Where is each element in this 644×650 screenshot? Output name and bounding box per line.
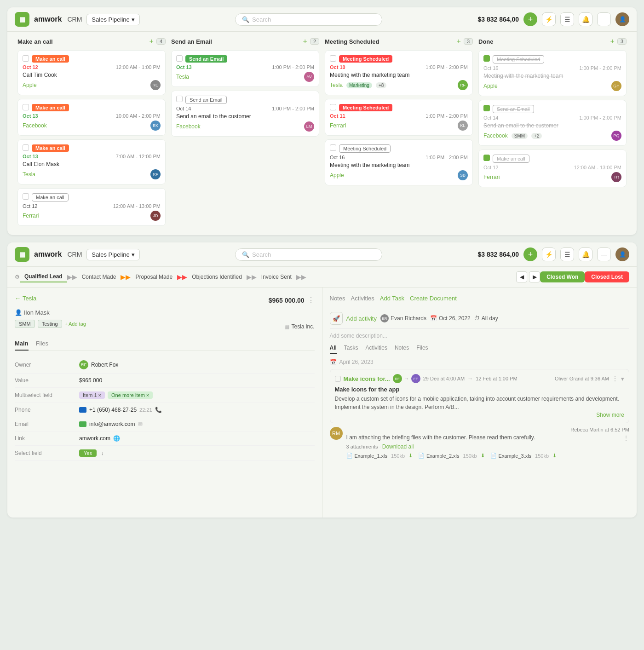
card-checkbox[interactable] — [176, 55, 183, 62]
assignee-avatar: ER — [380, 314, 389, 322]
multi-item-1[interactable]: Item 1 × — [79, 391, 105, 399]
pipe-nav: ◀ ▶ — [516, 271, 540, 282]
notif-btn-1[interactable]: 🔔 — [579, 12, 592, 26]
filter-tab-tasks[interactable]: Tasks — [344, 345, 358, 354]
company-link-call-3[interactable]: Tesla — [23, 171, 35, 178]
card-checkbox[interactable] — [23, 193, 29, 200]
comment-more-btn[interactable]: ⋮ — [623, 434, 629, 442]
show-more-link[interactable]: Show more — [596, 412, 624, 418]
detail-right: Notes Activities Add Task Create Documen… — [322, 288, 637, 518]
add-tag-button[interactable]: + Add tag — [65, 321, 86, 327]
filter-btn-2[interactable]: ⚡ — [542, 247, 556, 261]
back-link[interactable]: ← Tesla — [15, 295, 36, 302]
pipeline-stage-proposal[interactable]: Proposal Made — [131, 272, 177, 282]
col-add-done[interactable]: + — [610, 37, 615, 46]
menu-btn-1[interactable]: — — [597, 12, 611, 26]
field-value-link: amwork.com 🌐 — [79, 435, 120, 442]
multi-item-2[interactable]: One more item × — [108, 391, 153, 399]
tab-add-task[interactable]: Add Task — [380, 295, 404, 304]
badge-meeting-1: Meeting Scheduled — [339, 55, 392, 63]
entry-checkbox[interactable] — [335, 376, 341, 382]
tab-create-doc[interactable]: Create Document — [410, 295, 457, 304]
card-time: 1:00 PM - 2:00 PM — [272, 64, 314, 70]
activity-description[interactable]: Add some description... — [330, 333, 630, 339]
col-add-meeting[interactable]: + — [457, 37, 461, 46]
pipeline-stage-qualified[interactable]: Qualified Lead — [20, 271, 67, 282]
yes-badge[interactable]: Yes — [79, 449, 97, 457]
company-link-call-2[interactable]: Facebook — [23, 122, 47, 129]
pipe-prev-btn[interactable]: ◀ — [516, 271, 527, 282]
menu-btn-2[interactable]: — — [597, 247, 611, 261]
pipeline-select-2[interactable]: Sales Pipeline ▾ — [86, 249, 139, 260]
card-checkbox[interactable] — [483, 55, 490, 62]
add-button-1[interactable]: + — [523, 12, 537, 26]
company-link-done-1[interactable]: Apple — [483, 83, 498, 89]
download-file-1[interactable]: ⬇ — [408, 453, 413, 459]
card-checkbox[interactable] — [176, 96, 183, 102]
card-checkbox[interactable] — [23, 55, 29, 62]
notif-btn-2[interactable]: 🔔 — [579, 247, 592, 261]
download-file-3[interactable]: ⬇ — [552, 453, 557, 459]
closed-lost-button[interactable]: Closed Lost — [585, 271, 629, 282]
user-avatar-2[interactable]: 👤 — [615, 247, 629, 261]
brand-name-2: amwork — [34, 250, 62, 259]
deal-kebab-menu[interactable]: ⋮ — [307, 296, 315, 305]
filter-tab-files[interactable]: Files — [416, 345, 428, 354]
col-add-call[interactable]: + — [150, 37, 154, 46]
card-checkbox[interactable] — [23, 104, 29, 110]
company-link-done-3[interactable]: Ferrari — [483, 174, 500, 180]
pipeline-stage-objections[interactable]: Objections Identified — [187, 272, 247, 282]
email-icon[interactable]: ✉ — [138, 421, 143, 427]
card-checkbox[interactable] — [483, 155, 490, 161]
sort-btn-2[interactable]: ☰ — [560, 247, 574, 261]
filter-tab-activities[interactable]: Activities — [366, 345, 387, 354]
company-link-done-2[interactable]: Facebook — [483, 132, 508, 139]
filter-tab-all[interactable]: All — [330, 345, 337, 354]
entry-title[interactable]: Make icons for... — [344, 375, 390, 382]
add-button-2[interactable]: + — [523, 247, 537, 261]
sort-btn-1[interactable]: ☰ — [560, 12, 574, 26]
pipeline-filter-icon[interactable]: ⚙ — [15, 274, 20, 280]
activity-rocket-icon[interactable]: 🚀 — [330, 312, 343, 325]
tab-main[interactable]: Main — [15, 337, 29, 351]
search-bar-1[interactable]: 🔍 Search — [235, 13, 382, 26]
pipeline-stage-invoice[interactable]: Invoice Sent — [257, 272, 296, 282]
expand-icon[interactable]: ▾ — [621, 375, 624, 382]
field-label-select: Select field — [15, 450, 75, 456]
card-checkbox[interactable] — [330, 144, 336, 151]
tab-files[interactable]: Files — [36, 337, 48, 351]
company-link-call-1[interactable]: Apple — [23, 82, 37, 88]
filter-btn-1[interactable]: ⚡ — [542, 12, 556, 26]
card-checkbox[interactable] — [330, 55, 336, 62]
pipeline-stage-contact[interactable]: Contact Made — [77, 272, 121, 282]
company-link-email-2[interactable]: Facebook — [176, 123, 201, 130]
add-activity-label[interactable]: Add activity — [346, 315, 377, 322]
company-link-call-4[interactable]: Ferrari — [23, 213, 39, 219]
entry-avatar-ff: FF — [411, 374, 420, 383]
company-link-meeting-2[interactable]: Ferrari — [330, 122, 346, 129]
pipe-arrow-2: ▶▶ — [121, 273, 131, 281]
pipeline-select[interactable]: Sales Pipeline ▾ — [86, 14, 139, 25]
company-link-meeting-1[interactable]: Tesla — [330, 82, 343, 88]
badge-email-2: Send an Email — [185, 96, 227, 104]
filter-tab-notes[interactable]: Notes — [395, 345, 409, 354]
download-file-2[interactable]: ⬇ — [481, 453, 485, 459]
download-all-link[interactable]: Download all — [382, 443, 414, 450]
link-icon[interactable]: 🌐 — [113, 435, 120, 442]
tab-notes[interactable]: Notes — [330, 295, 345, 304]
card-checkbox[interactable] — [23, 144, 29, 151]
entry-more-btn[interactable]: ⋮ — [612, 375, 618, 382]
col-add-email[interactable]: + — [303, 37, 307, 46]
company-link-email-1[interactable]: Tesla — [176, 74, 189, 80]
closed-won-button[interactable]: Closed Won — [540, 271, 585, 282]
user-avatar-1[interactable]: 👤 — [615, 12, 629, 26]
tab-activities[interactable]: Activities — [351, 295, 374, 304]
field-value-value[interactable]: $965 000 — [79, 377, 102, 384]
company-link-meeting-3[interactable]: Apple — [330, 172, 344, 178]
pipe-next-btn[interactable]: ▶ — [529, 271, 540, 282]
revenue-label-1: $3 832 864,00 — [477, 16, 519, 23]
card-checkbox[interactable] — [483, 105, 490, 111]
card-checkbox[interactable] — [330, 104, 336, 110]
search-bar-2[interactable]: 🔍 Search — [235, 248, 382, 261]
phone-call-icon[interactable]: 📞 — [155, 407, 162, 413]
